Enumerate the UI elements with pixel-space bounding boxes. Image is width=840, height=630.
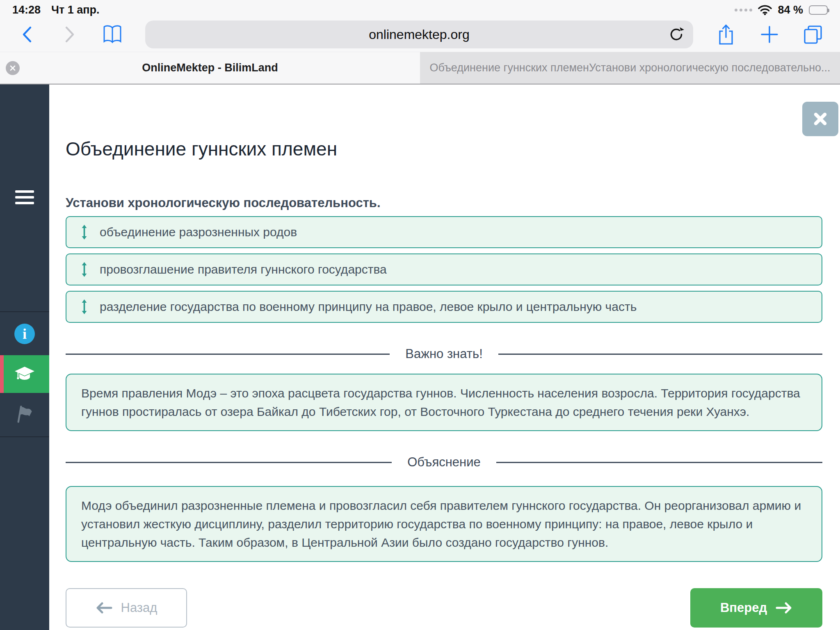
lesson-title: Объединение гуннских племен [66,84,822,161]
section-divider-explanation: Объяснение [66,455,822,470]
ipad-screen: 14:28 Чт 1 апр. 84 % [0,0,840,630]
flag-icon [15,405,34,425]
url-text[interactable]: onlinemektep.org [145,27,693,42]
next-nav-button[interactable]: Вперед [690,588,822,628]
divider-line [66,354,390,355]
tab-inactive[interactable]: Объединение гуннских племенУстанови хрон… [420,52,840,84]
close-lesson-button[interactable] [802,102,838,136]
sequence-item[interactable]: объединение разрозненных родов [66,216,822,248]
divider-line [496,462,822,463]
sidebar-item-info[interactable]: i [0,312,49,355]
sequence-item-text: объединение разрозненных родов [100,225,297,239]
reload-icon[interactable] [667,25,687,44]
forward-button[interactable] [57,21,83,48]
page-content: i [0,84,840,630]
sequence-item[interactable]: провозглашение правителя гуннского госуд… [66,253,822,285]
graduation-cap-icon [14,366,35,382]
section-heading: Важно знать! [405,347,482,361]
section-divider-important: Важно знать! [66,347,822,361]
url-bar[interactable]: onlinemektep.org [145,21,693,48]
explanation-box: Модэ объединил разрозненные племена и пр… [66,486,822,562]
lesson-main: Объединение гуннских племен Установи хро… [49,84,840,630]
drag-updown-icon[interactable] [81,299,87,314]
sidebar-item-flag[interactable] [0,393,49,436]
info-icon: i [14,324,35,344]
tab-active-title[interactable]: OnlineMektep - BilimLand [142,62,278,74]
hamburger-menu-icon[interactable] [0,190,49,204]
nav-buttons-row: Назад Вперед [66,588,822,629]
tab-inactive-title[interactable]: Объединение гуннских племенУстанови хрон… [429,62,830,74]
sequence-item-text: провозглашение правителя гуннского госуд… [100,262,387,276]
sidebar-item-lesson[interactable] [0,355,49,393]
new-tab-icon[interactable] [756,21,783,48]
tab-active[interactable]: OnlineMektep - BilimLand [0,52,420,84]
sidebar-divider [0,436,49,437]
status-bar: 14:28 Чт 1 апр. 84 % [0,0,840,17]
wifi-icon [758,5,772,15]
task-prompt: Установи хронологическую последовательно… [66,195,822,211]
next-nav-label: Вперед [720,600,767,615]
sequence-item-text: разделение государства по военному принц… [100,300,637,314]
app-sidebar: i [0,84,49,630]
tab-close-icon[interactable] [6,61,20,75]
battery-percent: 84 % [778,4,803,16]
divider-line [66,462,392,463]
browser-toolbar: onlinemektep.org [0,17,840,52]
tab-bar: OnlineMektep - BilimLand Объединение гун… [0,52,840,84]
arrow-left-icon [96,601,113,614]
back-nav-button[interactable]: Назад [66,588,187,628]
safari-chrome: 14:28 Чт 1 апр. 84 % [0,0,840,84]
share-icon[interactable] [713,21,739,48]
section-heading: Объяснение [407,455,481,470]
status-date: Чт 1 апр. [51,4,100,16]
status-time: 14:28 [12,4,41,16]
sequence-item[interactable]: разделение государства по военному принц… [66,291,822,323]
divider-line [498,354,822,355]
back-button[interactable] [14,21,40,48]
drag-updown-icon[interactable] [81,225,87,240]
battery-icon [809,5,828,15]
drag-updown-icon[interactable] [81,262,87,277]
cellular-signal-icon [735,9,752,11]
important-note-box: Время правления Модэ – это эпоха расцвет… [66,374,822,431]
tabs-overview-icon[interactable] [800,21,826,48]
back-nav-label: Назад [121,600,158,615]
arrow-right-icon [775,601,792,614]
bookmarks-icon[interactable] [99,21,126,48]
